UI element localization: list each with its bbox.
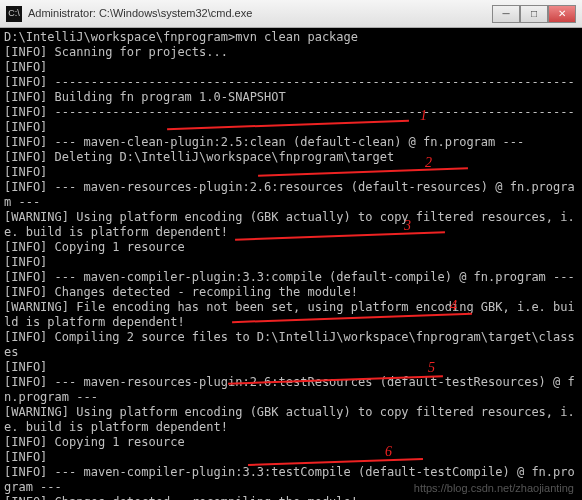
terminal-output[interactable]: D:\IntelliJ\workspace\fnprogram>mvn clea… <box>0 28 582 500</box>
window-controls: ─ □ ✕ <box>492 5 576 23</box>
minimize-button[interactable]: ─ <box>492 5 520 23</box>
window-title: Administrator: C:\Windows\system32\cmd.e… <box>28 6 252 21</box>
cmd-icon: C:\ <box>6 6 22 22</box>
close-button[interactable]: ✕ <box>548 5 576 23</box>
watermark-text: https://blog.csdn.net/zhaojianting <box>414 481 574 496</box>
window-titlebar: C:\ Administrator: C:\Windows\system32\c… <box>0 0 582 28</box>
maximize-button[interactable]: □ <box>520 5 548 23</box>
